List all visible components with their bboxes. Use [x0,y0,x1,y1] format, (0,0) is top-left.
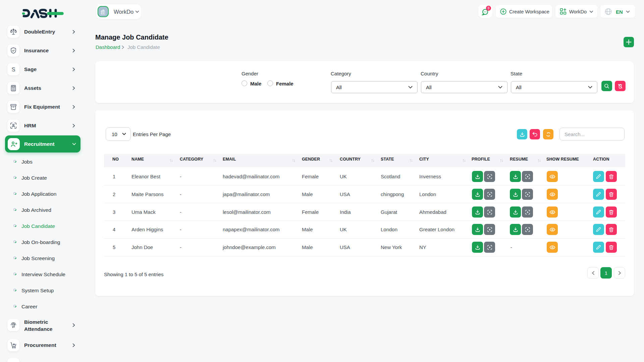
svg-text:S: S [12,67,15,72]
